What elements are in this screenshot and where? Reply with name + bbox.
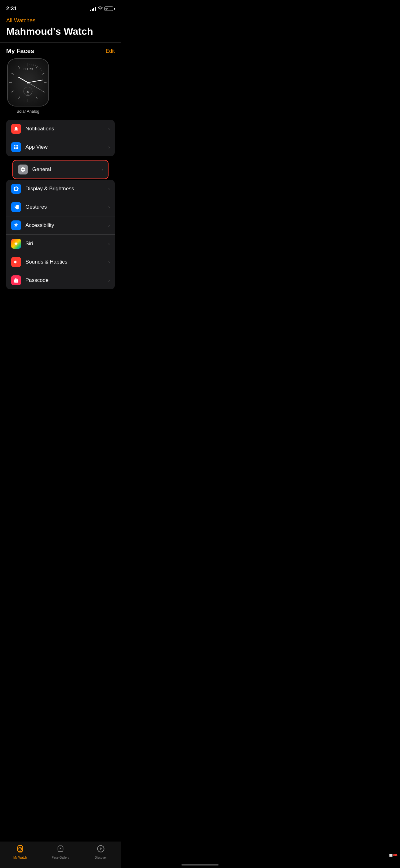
svg-point-33 [17,147,18,148]
svg-line-22 [28,83,41,90]
app-view-chevron: › [108,145,110,150]
passcode-label: Passcode [26,277,108,283]
svg-line-13 [32,64,32,65]
status-time: 2:31 [6,6,17,12]
watch-face-container: FRI 23 22 18 Solar Analog [0,58,121,120]
svg-point-34 [14,148,15,149]
svg-point-38 [15,243,17,245]
svg-line-17 [40,68,41,69]
signal-icon [90,6,96,11]
page-title: Mahmoud's Watch [0,25,121,42]
svg-line-1 [36,66,37,69]
general-icon [18,164,28,175]
display-brightness-item[interactable]: Display & Brightness › [6,180,115,198]
svg-point-29 [15,145,17,147]
app-view-icon [11,142,21,152]
svg-point-32 [15,147,17,148]
accessibility-chevron: › [108,223,110,228]
svg-point-30 [17,145,18,147]
settings-group-1: Notifications › App View › [6,120,115,156]
watch-face-inner: FRI 23 22 18 [8,59,48,106]
gestures-icon [11,202,21,212]
my-faces-title: My Faces [6,48,34,55]
siri-chevron: › [108,241,110,246]
svg-line-16 [38,67,39,68]
display-brightness-chevron: › [108,186,110,191]
siri-icon [11,239,21,249]
svg-point-36 [17,148,18,149]
sounds-haptics-item[interactable]: Sounds & Haptics › [6,253,115,271]
general-item[interactable]: General › [12,160,108,179]
edit-button[interactable]: Edit [106,48,115,54]
passcode-chevron: › [108,278,110,283]
notifications-label: Notifications [26,126,108,132]
svg-text:18: 18 [27,93,29,95]
svg-point-37 [16,223,17,224]
siri-label: Siri [26,241,108,247]
general-section: General › [6,160,115,179]
gestures-item[interactable]: Gestures › [6,198,115,216]
svg-line-14 [33,64,34,66]
svg-line-15 [35,65,36,66]
svg-point-31 [14,147,15,148]
sounds-haptics-chevron: › [108,259,110,265]
passcode-item[interactable]: Passcode › [6,271,115,289]
svg-point-24 [27,82,29,84]
gestures-label: Gestures [26,204,108,210]
sounds-haptics-label: Sounds & Haptics [26,259,108,265]
svg-point-35 [15,148,17,149]
svg-line-21 [28,80,42,82]
watch-face-item[interactable]: FRI 23 22 18 Solar Analog [6,58,49,114]
svg-line-2 [42,73,45,74]
display-brightness-label: Display & Brightness [26,186,108,192]
my-faces-header: My Faces Edit [0,42,121,58]
svg-line-20 [19,77,28,83]
svg-line-12 [30,63,30,65]
app-view-item[interactable]: App View › [6,138,115,156]
svg-text:22: 22 [27,90,30,93]
notifications-chevron: › [108,126,110,131]
display-brightness-icon [11,184,21,194]
svg-line-4 [42,91,45,92]
clock-face: FRI 23 22 18 [9,61,46,104]
svg-line-5 [36,97,37,99]
status-bar: 2:31 94 [0,0,121,16]
passcode-icon [11,275,21,285]
svg-text:FRI 23: FRI 23 [23,67,33,71]
settings-group-2: Display & Brightness › Gestures › Access… [6,180,115,289]
all-watches-link[interactable]: All Watches [6,18,35,24]
clock-ticks: FRI 23 22 18 [9,61,46,104]
battery-icon: 94 [104,6,115,11]
svg-line-10 [11,73,14,74]
siri-item[interactable]: Siri › [6,235,115,253]
general-row[interactable]: General › [13,160,108,179]
sounds-haptics-icon [11,257,21,267]
accessibility-label: Accessibility [26,222,108,228]
status-icons: 94 [90,6,115,11]
svg-line-18 [41,69,42,70]
svg-point-28 [14,145,15,147]
general-label: General [32,166,101,173]
wifi-icon [98,6,103,11]
svg-line-8 [11,91,14,92]
notifications-item[interactable]: Notifications › [6,120,115,138]
accessibility-icon [11,220,21,230]
accessibility-item[interactable]: Accessibility › [6,216,115,235]
watch-face-name: Solar Analog [16,109,39,114]
svg-line-11 [18,66,20,69]
svg-line-19 [42,71,43,72]
svg-line-7 [18,97,20,99]
app-view-label: App View [26,144,108,150]
notifications-icon [11,124,21,134]
back-navigation[interactable]: All Watches [0,16,121,25]
gestures-chevron: › [108,205,110,210]
watch-face-display: FRI 23 22 18 [7,58,49,106]
general-chevron: › [101,167,103,172]
